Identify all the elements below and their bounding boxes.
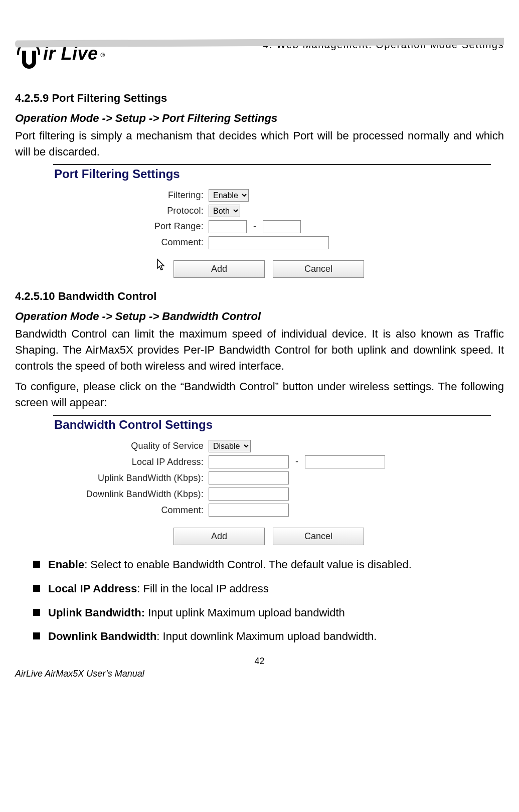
range-separator: - bbox=[295, 456, 298, 466]
add-button[interactable]: Add bbox=[174, 260, 265, 278]
bullet-text: : Fill in the local IP address bbox=[137, 582, 269, 595]
input-port-to[interactable] bbox=[263, 220, 301, 233]
label-comment: Comment: bbox=[73, 237, 209, 248]
label-comment-bw: Comment: bbox=[73, 505, 209, 516]
panel-divider bbox=[53, 415, 491, 416]
input-port-from[interactable] bbox=[209, 220, 247, 233]
breadcrumb-bandwidth: Operation Mode -> Setup -> Bandwidth Con… bbox=[15, 310, 504, 323]
add-button-bw[interactable]: Add bbox=[174, 528, 265, 545]
form-port-filtering: Filtering: Enable Protocol: Both Port Ra… bbox=[73, 189, 491, 278]
bullet-label: Uplink Bandwidth: bbox=[48, 606, 145, 619]
body-bandwidth-1: Bandwidth Control can limit the maximum … bbox=[15, 326, 504, 374]
label-qos: Quality of Service bbox=[73, 441, 209, 451]
bullet-list: Enable: Select to enable Bandwidth Contr… bbox=[15, 557, 504, 644]
page-footer: 42 AirLive AirMax5X User’s Manual bbox=[15, 656, 504, 679]
label-protocol: Protocol: bbox=[73, 206, 209, 216]
cursor-icon bbox=[156, 258, 166, 274]
label-port-range: Port Range: bbox=[73, 221, 209, 232]
body-port-filtering: Port filtering is simply a mechanism tha… bbox=[15, 128, 504, 160]
list-item: Enable: Select to enable Bandwidth Contr… bbox=[33, 557, 504, 572]
input-local-ip-to[interactable] bbox=[305, 455, 385, 468]
list-item: Downlink Bandwidth: Input downlink Maxim… bbox=[33, 629, 504, 644]
bullet-text: : Select to enable Bandwidth Control. Th… bbox=[84, 558, 412, 571]
breadcrumb-port-filtering: Operation Mode -> Setup -> Port Filterin… bbox=[15, 112, 504, 125]
input-comment[interactable] bbox=[209, 236, 329, 249]
section-heading-port-filtering: 4.2.5.9 Port Filtering Settings bbox=[15, 92, 504, 105]
footer-manual-title: AirLive AirMax5X User’s Manual bbox=[15, 669, 144, 679]
label-filtering: Filtering: bbox=[73, 190, 209, 201]
input-uplink[interactable] bbox=[209, 471, 289, 484]
cancel-button-bw[interactable]: Cancel bbox=[273, 528, 364, 545]
select-protocol[interactable]: Both bbox=[209, 205, 240, 217]
panel-title-port-filtering: Port Filtering Settings bbox=[54, 167, 491, 181]
list-item: Local IP Address: Fill in the local IP a… bbox=[33, 581, 504, 596]
bullet-label: Local IP Address bbox=[48, 582, 137, 595]
label-local-ip: Local IP Address: bbox=[73, 457, 209, 467]
panel-port-filtering: Port Filtering Settings Filtering: Enabl… bbox=[53, 164, 491, 278]
panel-divider bbox=[53, 164, 491, 165]
bullet-text: : Input downlink Maximum upload bandwidt… bbox=[156, 630, 377, 642]
bullet-label: Downlink Bandwidth bbox=[48, 630, 156, 642]
bullet-label: Enable bbox=[48, 558, 84, 571]
list-item: Uplink Bandwidth: Input uplink Maximum u… bbox=[33, 605, 504, 620]
body-bandwidth-2: To configure, please click on the “Bandw… bbox=[15, 379, 504, 411]
select-qos[interactable]: Disable bbox=[209, 440, 251, 452]
bullet-text: Input uplink Maximum upload bandwidth bbox=[145, 606, 345, 619]
form-bandwidth: Quality of Service Disable Local IP Addr… bbox=[73, 440, 491, 545]
select-filtering[interactable]: Enable bbox=[209, 189, 249, 202]
label-uplink: Uplink BandWidth (Kbps): bbox=[73, 473, 209, 483]
input-downlink[interactable] bbox=[209, 488, 289, 501]
input-local-ip-from[interactable] bbox=[209, 455, 289, 468]
input-comment-bw[interactable] bbox=[209, 504, 289, 517]
page-number: 42 bbox=[15, 656, 504, 667]
section-heading-bandwidth: 4.2.5.10 Bandwidth Control bbox=[15, 290, 504, 303]
panel-bandwidth: Bandwidth Control Settings Quality of Se… bbox=[53, 415, 491, 545]
range-separator: - bbox=[253, 221, 256, 231]
panel-title-bandwidth: Bandwidth Control Settings bbox=[54, 418, 491, 432]
cancel-button[interactable]: Cancel bbox=[273, 260, 364, 278]
label-downlink: Downlink BandWidth (Kbps): bbox=[73, 489, 209, 500]
page-header: 4. Web Management: Operation Mode Settin… bbox=[15, 39, 504, 79]
